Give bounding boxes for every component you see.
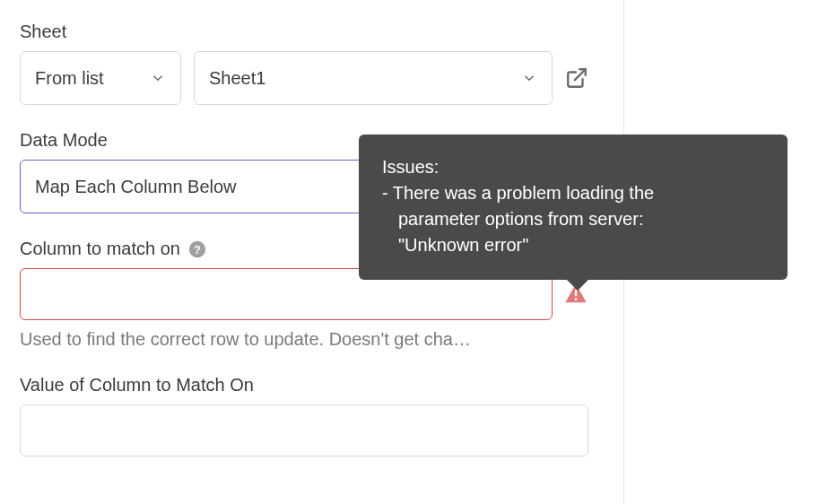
chevron-down-icon xyxy=(521,70,537,86)
sheet-source-select[interactable]: From list xyxy=(20,51,181,105)
sheet-field-group: Sheet From list Sheet1 xyxy=(20,22,604,105)
svg-text:?: ? xyxy=(194,242,201,256)
chevron-down-icon xyxy=(150,70,166,86)
external-link-icon[interactable] xyxy=(565,66,588,90)
tooltip-line1: - There was a problem loading the xyxy=(382,180,764,206)
value-column-field-group: Value of Column to Match On xyxy=(20,375,604,456)
sheet-name-select[interactable]: Sheet1 xyxy=(194,51,553,105)
error-tooltip: Issues: - There was a problem loading th… xyxy=(359,135,788,280)
tooltip-title: Issues: xyxy=(382,154,764,180)
sheet-row: From list Sheet1 xyxy=(20,51,604,105)
sheet-name-value: Sheet1 xyxy=(209,68,266,89)
svg-rect-3 xyxy=(575,290,577,296)
svg-rect-4 xyxy=(575,299,577,300)
value-column-label: Value of Column to Match On xyxy=(20,375,604,395)
tooltip-line3: "Unknown error" xyxy=(382,232,764,258)
tooltip-line2: parameter options from server: xyxy=(382,206,764,232)
sheet-source-value: From list xyxy=(35,68,104,89)
sheet-label: Sheet xyxy=(20,22,604,42)
help-icon[interactable]: ? xyxy=(187,239,207,259)
column-match-label: Column to match on xyxy=(20,239,180,259)
data-mode-value: Map Each Column Below xyxy=(35,177,237,197)
tooltip-arrow xyxy=(567,280,588,291)
value-column-input[interactable] xyxy=(20,404,588,456)
column-match-helper: Used to find the correct row to update. … xyxy=(20,329,588,350)
svg-line-0 xyxy=(575,69,586,80)
